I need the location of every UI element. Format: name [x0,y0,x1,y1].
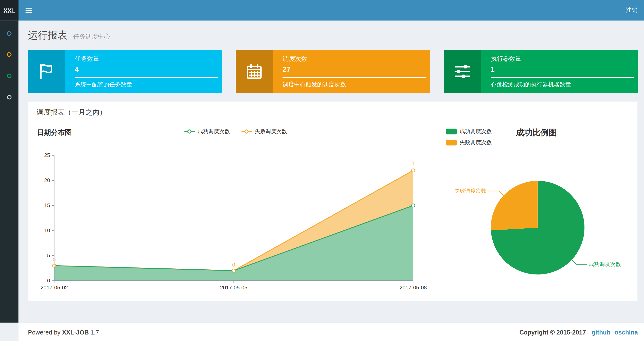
svg-text:2017-05-08: 2017-05-08 [400,284,427,290]
svg-text:成功调度次数: 成功调度次数 [589,261,621,267]
card-value: 4 [75,65,218,74]
app-window: XXL 注销 运行报表 任务调度中心 [0,0,644,341]
copyright-text: Copyright © 2015-2017 [520,328,586,335]
version-text: 1.7 [90,328,99,335]
legend-item-success[interactable]: 成功调度次数 [446,128,492,135]
hamburger-icon [26,8,32,13]
sidebar-item-4[interactable] [0,89,18,105]
legend-item-fail[interactable]: 失败调度次数 [241,128,287,135]
report-panel: 调度报表（一月之内） 日期分布图 成功调度次数 失败调度次数 成功调度次数 [28,101,638,301]
flag-icon [28,50,65,93]
calendar-icon [236,50,273,93]
legend-label: 成功调度次数 [460,128,492,135]
circle-icon [7,95,12,99]
logout-link[interactable]: 注销 [620,0,644,21]
date-distribution-chart: 00705101520252017-05-022017-05-052017-05… [36,148,436,290]
legend-label: 成功调度次数 [198,128,230,135]
swatch-icon [446,140,457,145]
legend-item-success[interactable]: 成功调度次数 [184,128,230,135]
summary-cards-row: 任务数量 4 系统中配置的任务数量 [28,50,638,93]
sidebar-item-2[interactable] [0,46,18,63]
divider [491,77,634,78]
legend-label: 失败调度次数 [460,139,492,146]
svg-text:0: 0 [47,277,50,284]
line-chart-legend: 成功调度次数 失败调度次数 [36,128,436,135]
card-description: 心跳检测成功的执行器机器数量 [491,81,634,89]
svg-text:5: 5 [47,252,50,258]
logo-text-light: L [12,7,15,14]
sliders-icon [444,50,481,93]
legend-item-fail[interactable]: 失败调度次数 [446,139,492,146]
sidebar-item-3[interactable] [0,67,18,84]
divider [75,77,218,78]
pie-chart-title: 成功比例图 [516,127,557,138]
task-count-card: 任务数量 4 系统中配置的任务数量 [28,50,222,93]
card-body: 任务数量 4 系统中配置的任务数量 [65,50,222,93]
sidebar [0,21,18,323]
oschina-link[interactable]: oschina [614,328,638,335]
main-content: 运行报表 任务调度中心 任务数量 4 系统中配置的任务数量 [18,21,644,323]
github-link[interactable]: github [592,328,610,335]
svg-text:10: 10 [44,227,50,233]
trigger-count-card: 调度次数 27 调度中心触发的调度次数 [236,50,430,93]
circle-icon [7,73,12,78]
svg-text:20: 20 [44,177,50,183]
circle-icon [7,52,12,57]
card-description: 调度中心触发的调度次数 [283,81,426,89]
swatch-icon [446,129,457,134]
top-navbar: XXL 注销 [0,0,644,21]
svg-text:2017-05-05: 2017-05-05 [220,284,247,290]
brand-name: XXL-JOB [62,328,89,335]
success-ratio-pie-chart: 成功调度次数失败调度次数 [444,163,635,296]
card-body: 调度次数 27 调度中心触发的调度次数 [273,50,430,93]
divider [283,77,426,78]
svg-text:2017-05-02: 2017-05-02 [40,284,68,290]
svg-text:7: 7 [412,161,414,167]
legend-label: 失败调度次数 [255,128,287,135]
card-value: 1 [491,65,634,74]
sidebar-toggle-button[interactable] [18,0,39,21]
footer-right: Copyright © 2015-2017 github oschina [518,328,638,335]
svg-text:25: 25 [44,152,50,158]
panel-title: 调度报表（一月之内） [28,102,638,123]
svg-text:0: 0 [232,262,235,268]
svg-text:失败调度次数: 失败调度次数 [454,188,486,194]
svg-text:15: 15 [44,202,50,208]
line-marker-icon [184,131,195,132]
pie-chart-legend: 成功调度次数 失败调度次数 [446,128,492,146]
circle-icon [7,31,12,36]
card-label: 任务数量 [75,55,218,63]
executor-count-card: 执行器数量 1 心跳检测成功的执行器机器数量 [444,50,638,93]
line-marker-icon [241,131,252,132]
card-body: 执行器数量 1 心跳检测成功的执行器机器数量 [481,50,638,93]
app-logo[interactable]: XXL [0,0,18,21]
page-title: 运行报表 [28,30,68,41]
powered-by-text: Powered byXXL-JOB1.7 [28,328,99,335]
card-label: 调度次数 [283,55,426,63]
page-subtitle: 任务调度中心 [73,33,110,40]
card-description: 系统中配置的任务数量 [75,81,218,89]
sidebar-item-1[interactable] [0,25,18,42]
footer: Powered byXXL-JOB1.7 Copyright © 2015-20… [18,323,644,341]
card-value: 27 [283,65,426,74]
page-header: 运行报表 任务调度中心 [18,21,644,42]
logo-text-bold: XX [3,7,12,14]
card-label: 执行器数量 [491,55,634,63]
